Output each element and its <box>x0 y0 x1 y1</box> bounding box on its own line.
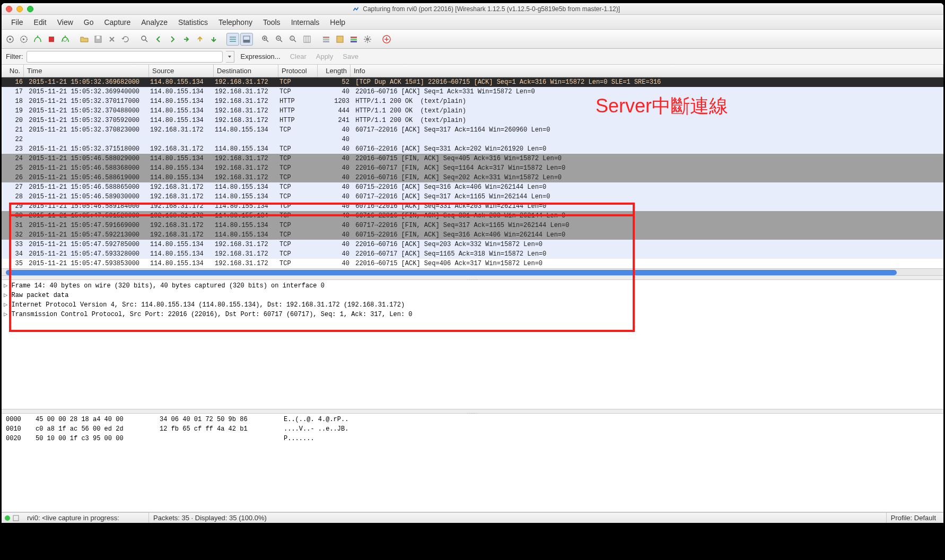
close-window-button[interactable] <box>6 6 12 12</box>
packet-row[interactable]: 29 2015-11-21 15:05:46.589184000192.168.… <box>2 202 943 211</box>
menu-statistics[interactable]: Statistics <box>173 16 213 28</box>
packet-row[interactable]: 28 2015-11-21 15:05:46.589030000192.168.… <box>2 192 943 202</box>
go-forward-button[interactable] <box>166 33 179 46</box>
go-first-button[interactable] <box>194 33 206 46</box>
menu-help[interactable]: Help <box>325 16 351 28</box>
filter-input[interactable] <box>27 51 223 63</box>
packet-row[interactable]: 22 40 <box>2 135 943 144</box>
preferences-button[interactable] <box>361 33 374 46</box>
clear-button[interactable]: Clear <box>287 52 310 60</box>
minimize-window-button[interactable] <box>16 6 23 12</box>
svg-rect-18 <box>323 39 329 40</box>
save-filter-button[interactable]: Save <box>339 52 362 60</box>
packet-bytes[interactable]: 000045 00 00 28 18 a4 40 0034 06 40 01 7… <box>2 414 943 512</box>
svg-point-6 <box>142 36 146 40</box>
pane-splitter[interactable]: ...... <box>2 276 943 280</box>
hex-row[interactable]: 002050 10 00 1f c3 95 00 00P....... <box>6 434 939 443</box>
expression-button[interactable]: Expression... <box>238 52 284 60</box>
packet-row[interactable]: 24 2015-11-21 15:05:46.588029000114.80.1… <box>2 154 943 163</box>
packet-row[interactable]: 31 2015-11-21 15:05:47.591669000192.168.… <box>2 221 943 230</box>
find-packet-button[interactable] <box>138 33 151 46</box>
status-profile[interactable]: Profile: Default <box>887 513 940 523</box>
packet-row[interactable]: 21 2015-11-21 15:05:32.370823000192.168.… <box>2 125 943 135</box>
hex-row[interactable]: 0010c0 a8 1f ac 56 00 ed 2d12 fb 65 cf f… <box>6 424 939 434</box>
col-no[interactable]: No. <box>2 65 24 77</box>
menu-file[interactable]: File <box>6 16 29 28</box>
menu-go[interactable]: Go <box>78 16 99 28</box>
zoom-window-button[interactable] <box>27 6 33 12</box>
packet-row[interactable]: 30 2015-11-21 15:05:47.591520000192.168.… <box>2 211 943 221</box>
filter-dropdown[interactable] <box>226 51 234 63</box>
col-destination[interactable]: Destination <box>214 65 278 77</box>
svg-rect-22 <box>351 39 357 40</box>
apply-button[interactable]: Apply <box>313 52 337 60</box>
display-filters-button[interactable] <box>334 33 346 46</box>
hex-row[interactable]: 000045 00 00 28 18 a4 40 0034 06 40 01 7… <box>6 415 939 424</box>
pane-splitter[interactable]: ...... <box>2 409 943 414</box>
zoom-out-button[interactable] <box>273 33 286 46</box>
horizontal-scrollbar[interactable] <box>2 268 943 276</box>
packet-details[interactable]: ▷ Frame 14: 40 bytes on wire (320 bits),… <box>2 280 943 409</box>
menu-telephony[interactable]: Telephony <box>213 16 258 28</box>
capture-filters-button[interactable] <box>320 33 332 46</box>
capture-status-icon <box>5 515 10 521</box>
packet-row[interactable]: 33 2015-11-21 15:05:47.592785000114.80.1… <box>2 240 943 249</box>
packet-row[interactable]: 34 2015-11-21 15:05:47.593328000114.80.1… <box>2 249 943 259</box>
start-capture-button[interactable] <box>31 33 44 46</box>
packet-row[interactable]: 18 2015-11-21 15:05:32.370117000114.80.1… <box>2 97 943 106</box>
menu-view[interactable]: View <box>52 16 78 28</box>
interface-list-button[interactable] <box>4 33 16 46</box>
packet-row[interactable]: 19 2015-11-21 15:05:32.370488000114.80.1… <box>2 106 943 116</box>
packet-row[interactable]: 20 2015-11-21 15:05:32.370592000114.80.1… <box>2 116 943 125</box>
go-to-packet-button[interactable] <box>180 33 192 46</box>
toolbar: 1 <box>2 30 943 49</box>
reload-button[interactable] <box>119 33 132 46</box>
col-time[interactable]: Time <box>24 65 149 77</box>
menu-analyze[interactable]: Analyze <box>136 16 173 28</box>
capture-options-button[interactable] <box>18 33 30 46</box>
menu-edit[interactable]: Edit <box>29 16 52 28</box>
svg-point-1 <box>9 38 11 40</box>
svg-rect-19 <box>323 41 329 42</box>
packet-list[interactable]: 16 2015-11-21 15:05:32.369682000114.80.1… <box>2 77 943 268</box>
menu-tools[interactable]: Tools <box>258 16 286 28</box>
svg-rect-7 <box>230 37 236 38</box>
close-file-button[interactable] <box>106 33 118 46</box>
menu-internals[interactable]: Internals <box>286 16 325 28</box>
help-button[interactable] <box>380 33 393 46</box>
menu-capture[interactable]: Capture <box>99 16 136 28</box>
resize-columns-button[interactable] <box>301 33 313 46</box>
detail-line[interactable]: ▷ Frame 14: 40 bytes on wire (320 bits),… <box>4 281 941 291</box>
packet-row[interactable]: 16 2015-11-21 15:05:32.369682000114.80.1… <box>2 77 943 87</box>
detail-line[interactable]: ▷ Internet Protocol Version 4, Src: 114.… <box>4 300 941 310</box>
expert-info-icon[interactable] <box>12 514 20 522</box>
auto-scroll-button[interactable] <box>240 33 253 46</box>
coloring-rules-button[interactable] <box>347 33 360 46</box>
titlebar: Capturing from rvi0 (port 22016) [Wiresh… <box>2 3 943 15</box>
go-back-button[interactable] <box>152 33 165 46</box>
zoom-reset-button[interactable]: 1 <box>287 33 300 46</box>
packet-row[interactable]: 35 2015-11-21 15:05:47.593853000114.80.1… <box>2 259 943 268</box>
packet-row[interactable]: 25 2015-11-21 15:05:46.588368000114.80.1… <box>2 163 943 173</box>
col-length[interactable]: Length <box>318 65 351 77</box>
open-file-button[interactable] <box>78 33 91 46</box>
detail-line[interactable]: ▷ Raw packet data <box>4 291 941 300</box>
colorize-button[interactable] <box>226 33 239 46</box>
col-protocol[interactable]: Protocol <box>278 65 318 77</box>
packet-row[interactable]: 26 2015-11-21 15:05:46.588619000114.80.1… <box>2 173 943 182</box>
col-info[interactable]: Info <box>351 65 943 77</box>
filter-bar: Filter: Expression... Clear Apply Save <box>2 49 943 65</box>
zoom-in-button[interactable] <box>259 33 272 46</box>
svg-rect-11 <box>243 40 250 42</box>
save-file-button[interactable] <box>92 33 104 46</box>
packet-row[interactable]: 23 2015-11-21 15:05:32.371518000192.168.… <box>2 144 943 154</box>
restart-capture-button[interactable] <box>59 33 72 46</box>
stop-capture-button[interactable] <box>45 33 58 46</box>
packet-row[interactable]: 32 2015-11-21 15:05:47.592213000192.168.… <box>2 230 943 240</box>
go-last-button[interactable] <box>207 33 220 46</box>
col-source[interactable]: Source <box>149 65 214 77</box>
svg-rect-20 <box>337 36 343 42</box>
packet-row[interactable]: 17 2015-11-21 15:05:32.369940000114.80.1… <box>2 87 943 97</box>
detail-line[interactable]: ▷ Transmission Control Protocol, Src Por… <box>4 310 941 319</box>
packet-row[interactable]: 27 2015-11-21 15:05:46.588865000192.168.… <box>2 182 943 192</box>
